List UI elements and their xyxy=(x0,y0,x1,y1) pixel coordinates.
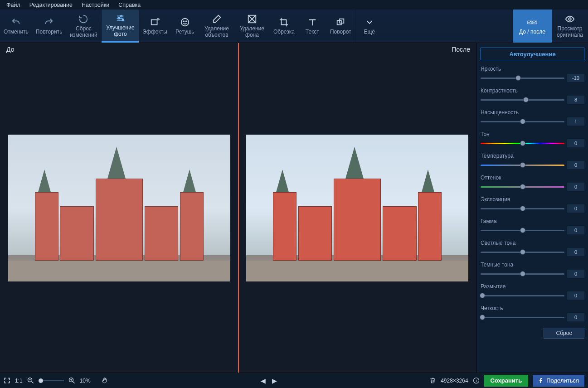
slider-thumb[interactable] xyxy=(520,228,525,233)
menu-file[interactable]: Файл xyxy=(3,1,24,9)
menu-settings[interactable]: Настройки xyxy=(78,1,113,9)
slider-track[interactable] xyxy=(481,121,564,122)
slider-thumb[interactable] xyxy=(480,315,485,320)
face-icon xyxy=(180,17,190,27)
slider-label: Темные тона xyxy=(481,262,584,268)
enhance-label: Улучшение фото xyxy=(106,25,134,38)
slider-Тон: Тон0 xyxy=(481,131,584,147)
auto-enhance-button[interactable]: Автоулучшение xyxy=(481,48,584,60)
slider-track[interactable] xyxy=(481,186,564,188)
eye-icon xyxy=(565,14,575,24)
fullscreen-icon[interactable] xyxy=(4,377,10,384)
slider-value: 0 xyxy=(567,248,584,256)
undo-icon xyxy=(11,17,21,27)
svg-point-14 xyxy=(569,18,571,20)
undo-button[interactable]: Отменить xyxy=(0,10,32,43)
compare-divider[interactable] xyxy=(238,43,239,373)
slider-thumb[interactable] xyxy=(520,206,525,211)
slider-track[interactable] xyxy=(481,230,564,231)
slider-track[interactable] xyxy=(481,208,564,209)
slider-Насыщенность: Насыщенность1 xyxy=(481,109,584,126)
fit-label[interactable]: 1:1 xyxy=(15,378,23,384)
svg-point-4 xyxy=(181,18,189,26)
canvas[interactable]: До После xyxy=(0,43,476,373)
slider-track[interactable] xyxy=(481,273,564,275)
slider-thumb[interactable] xyxy=(520,184,525,189)
slider-thumb[interactable] xyxy=(520,249,525,255)
zoom-slider[interactable] xyxy=(39,380,64,381)
crop-icon xyxy=(279,17,289,27)
zoom-out-icon[interactable] xyxy=(27,377,34,384)
effects-tab[interactable]: Эффекты xyxy=(139,10,171,43)
retouch-tab[interactable]: Ретушь xyxy=(171,10,199,43)
slider-value: 0 xyxy=(567,313,584,321)
crop-label: Обрезка xyxy=(273,29,295,35)
crop-tab[interactable]: Обрезка xyxy=(270,10,298,43)
rotate-icon xyxy=(335,17,345,27)
slider-value: 1 xyxy=(567,117,584,126)
enhance-tab[interactable]: Улучшение фото xyxy=(102,10,139,43)
slider-label: Оттенок xyxy=(481,175,584,181)
slider-track[interactable] xyxy=(481,143,564,144)
slider-thumb[interactable] xyxy=(523,97,529,102)
sliders-icon xyxy=(115,13,125,23)
share-label: Поделиться xyxy=(546,377,579,384)
slider-track[interactable] xyxy=(481,295,564,296)
view-original-label: Просмотр оригинала xyxy=(557,26,583,39)
chevron-down-icon xyxy=(364,17,374,27)
svg-point-6 xyxy=(186,21,187,22)
slider-label: Температура xyxy=(481,153,584,159)
slider-Темные тона: Темные тона0 xyxy=(481,262,584,278)
svg-rect-3 xyxy=(151,19,157,24)
slider-label: Экспозиция xyxy=(481,196,584,203)
image-after xyxy=(246,135,468,281)
view-original-button[interactable]: Просмотр оригинала xyxy=(552,10,588,43)
zoom-in-icon[interactable] xyxy=(68,377,75,384)
before-after-toggle[interactable]: До / после xyxy=(513,10,552,43)
reset-changes-button[interactable]: Сброс изменений xyxy=(66,10,101,43)
trash-icon[interactable] xyxy=(429,377,436,384)
rotate-label: Поворот xyxy=(330,29,351,35)
slider-label: Тон xyxy=(481,131,584,137)
slider-thumb[interactable] xyxy=(520,119,525,124)
menu-help[interactable]: Справка xyxy=(115,1,144,9)
text-icon xyxy=(307,17,317,27)
save-button[interactable]: Сохранить xyxy=(484,375,529,387)
slider-Температура: Температура0 xyxy=(481,153,584,169)
rotate-tab[interactable]: Поворот xyxy=(326,10,355,43)
menu-edit[interactable]: Редактирование xyxy=(26,1,76,9)
redo-label: Повторить xyxy=(36,29,63,35)
remove-bg-tab[interactable]: Удаление фона xyxy=(234,10,270,43)
slider-thumb[interactable] xyxy=(515,75,521,81)
status-bar: 1:1 10% ◀ ▶ 4928×3264 Сохранить Поделить… xyxy=(0,373,588,388)
slider-track[interactable] xyxy=(481,317,564,318)
next-image-button[interactable]: ▶ xyxy=(272,377,277,384)
slider-thumb[interactable] xyxy=(520,162,525,168)
prev-image-button[interactable]: ◀ xyxy=(261,377,266,384)
share-button[interactable]: Поделиться xyxy=(533,375,584,387)
redo-button[interactable]: Повторить xyxy=(32,10,66,43)
reset-sliders-button[interactable]: Сброс xyxy=(544,328,584,339)
slider-value: 0 xyxy=(567,139,584,147)
effects-label: Эффекты xyxy=(142,29,167,35)
info-icon[interactable] xyxy=(473,377,480,384)
svg-point-1 xyxy=(118,17,120,19)
svg-point-2 xyxy=(122,19,124,21)
image-before xyxy=(8,135,230,281)
undo-label: Отменить xyxy=(4,29,29,35)
remove-bg-label: Удаление фона xyxy=(240,26,264,39)
slider-label: Гамма xyxy=(481,218,584,224)
slider-track[interactable] xyxy=(481,165,564,166)
slider-thumb[interactable] xyxy=(520,271,525,276)
text-tab[interactable]: Текст xyxy=(298,10,326,43)
slider-label: Яркость xyxy=(481,66,584,72)
more-button[interactable]: Ещё xyxy=(355,10,384,43)
slider-track[interactable] xyxy=(481,78,564,79)
slider-thumb[interactable] xyxy=(480,293,485,298)
slider-track[interactable] xyxy=(481,99,564,101)
remove-objects-tab[interactable]: Удаление объектов xyxy=(199,10,234,43)
remove-obj-label: Удаление объектов xyxy=(204,26,229,39)
slider-thumb[interactable] xyxy=(520,141,525,146)
hand-tool-icon[interactable] xyxy=(102,377,108,384)
slider-track[interactable] xyxy=(481,252,564,253)
